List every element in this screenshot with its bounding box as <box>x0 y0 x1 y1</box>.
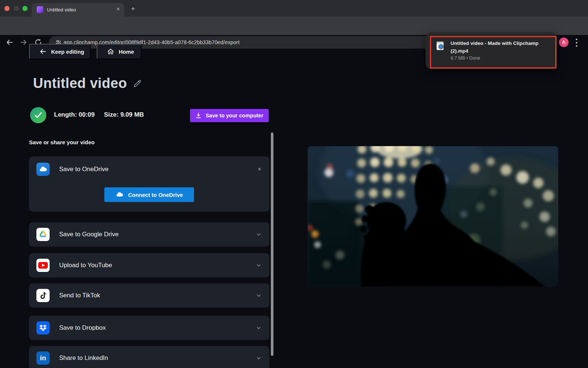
chevron-down-icon <box>256 232 261 237</box>
video-title: Untitled video <box>33 75 127 91</box>
tiktok-icon <box>36 289 50 302</box>
export-summary: Length: 00:09 Size: 9.09 MB Save to your… <box>29 107 269 123</box>
chevron-down-icon <box>256 263 261 268</box>
video-length: Length: 00:09 <box>54 111 95 118</box>
home-icon <box>107 48 114 55</box>
profile-avatar[interactable]: A <box>559 38 569 47</box>
home-button[interactable]: Home <box>97 44 141 59</box>
export-panel: Keep editing Home Untitled video Length:… <box>29 44 269 368</box>
back-icon[interactable] <box>5 38 14 47</box>
chevron-down-icon <box>256 325 261 330</box>
edit-pencil-icon[interactable] <box>133 79 142 88</box>
video-preview <box>308 146 558 287</box>
download-icon <box>195 112 202 119</box>
window-close-button[interactable] <box>4 6 10 11</box>
connect-onedrive-label: Connect to OneDrive <box>128 192 183 198</box>
linkedin-card[interactable]: in Share to LinkedIn <box>29 346 269 368</box>
forward-icon[interactable] <box>19 38 28 47</box>
dropbox-icon <box>36 321 50 335</box>
window-zoom-button[interactable] <box>22 6 28 11</box>
youtube-icon <box>36 259 50 272</box>
save-to-computer-button[interactable]: Save to your computer <box>190 109 269 122</box>
download-notification[interactable]: Untitled video - Made with Clipchamp (2)… <box>426 32 557 69</box>
google-drive-label: Save to Google Drive <box>59 231 247 238</box>
keep-editing-label: Keep editing <box>51 49 84 55</box>
screen: Untitled video × + app.clipchamp.com/edi… <box>0 0 588 368</box>
linkedin-icon: in <box>36 351 50 365</box>
cloud-icon <box>115 191 123 199</box>
keep-editing-button[interactable]: Keep editing <box>29 44 91 59</box>
onedrive-icon <box>36 163 50 176</box>
video-size: Size: 9.09 MB <box>104 111 144 118</box>
onedrive-label: Save to OneDrive <box>59 166 248 173</box>
panel-scrollbar[interactable] <box>271 132 273 356</box>
video-frame-image <box>308 146 558 287</box>
video-file-icon <box>437 42 444 50</box>
google-drive-icon <box>36 228 50 241</box>
tiktok-card[interactable]: Send to TikTok <box>29 283 269 308</box>
share-heading: Save or share your video <box>29 139 94 145</box>
success-check-icon <box>30 107 46 123</box>
window-titlebar: Untitled video × + <box>0 0 588 17</box>
dropbox-label: Save to Dropbox <box>59 324 247 332</box>
google-drive-card[interactable]: Save to Google Drive <box>29 222 269 247</box>
youtube-label: Upload to YouTube <box>59 262 247 269</box>
download-filename: Untitled video - Made with Clipchamp (2)… <box>451 39 551 55</box>
close-onedrive-icon[interactable]: × <box>258 166 261 173</box>
onedrive-card: Save to OneDrive × Connect to OneDrive <box>29 156 269 212</box>
download-status: 8.7 MB • Done <box>451 56 480 61</box>
home-label: Home <box>119 49 134 55</box>
browser-tab[interactable]: Untitled video × <box>32 3 124 17</box>
save-to-computer-label: Save to your computer <box>205 113 263 118</box>
linkedin-label: Share to LinkedIn <box>59 354 247 362</box>
tiktok-label: Send to TikTok <box>59 292 247 299</box>
tab-title: Untitled video <box>47 7 76 13</box>
clipchamp-favicon-icon <box>37 6 43 13</box>
tab-close-icon[interactable]: × <box>116 6 120 13</box>
back-arrow-icon <box>39 48 47 55</box>
chevron-down-icon <box>256 293 261 298</box>
browser-menu-icon[interactable]: ••• <box>576 38 578 47</box>
connect-onedrive-button[interactable]: Connect to OneDrive <box>104 187 194 202</box>
chevron-down-icon <box>256 355 261 361</box>
window-minimize-button[interactable] <box>14 6 19 11</box>
new-tab-button[interactable]: + <box>129 4 137 13</box>
youtube-card[interactable]: Upload to YouTube <box>29 253 269 277</box>
dropbox-card[interactable]: Save to Dropbox <box>29 316 269 340</box>
